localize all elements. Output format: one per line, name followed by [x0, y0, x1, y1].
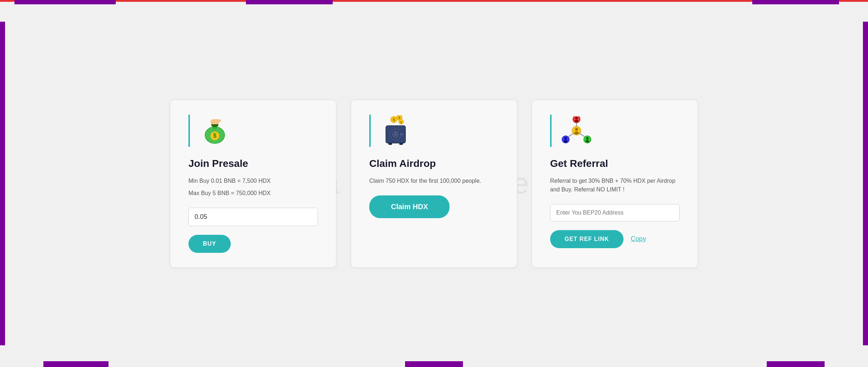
svg-point-25 [574, 131, 579, 134]
svg-text:$: $ [393, 118, 395, 122]
airdrop-title: Claim Airdrop [369, 158, 499, 169]
svg-text:$: $ [398, 116, 400, 120]
svg-text:$: $ [213, 133, 217, 139]
svg-line-37 [579, 133, 584, 137]
referral-description: Referral to get 30% BNB + 70% HDX per Ai… [550, 177, 680, 194]
presale-min-buy: Min Buy 0.01 BNB = 7,500 HDX [188, 177, 318, 185]
buy-amount-input[interactable] [188, 208, 318, 226]
svg-point-34 [586, 140, 589, 142]
referral-info-block: Referral to get 30% BNB + 70% HDX per Ai… [550, 177, 680, 194]
airdrop-card: $ $ $ Claim Airdrop Claim 750 HDX for th… [351, 100, 517, 268]
bottom-purple-bar-right [767, 361, 825, 367]
referral-card: Get Referral Referral to get 30% BNB + 7… [532, 100, 698, 268]
bottom-purple-bar-center [405, 361, 463, 367]
presale-card: $ Join Presale Min Buy 0.01 BNB = 7,500 … [170, 100, 336, 268]
svg-point-12 [394, 133, 397, 136]
top-red-bar [0, 0, 868, 2]
presale-icon-row: $ [188, 115, 318, 147]
svg-point-27 [575, 117, 578, 119]
top-purple-bar-left [14, 0, 116, 4]
ref-buttons-row: Get Ref Link Copy [550, 230, 680, 248]
svg-point-31 [564, 140, 567, 142]
cards-container: $ Join Presale Min Buy 0.01 BNB = 7,500 … [0, 78, 868, 289]
presale-title: Join Presale [188, 158, 318, 169]
svg-point-30 [564, 137, 567, 139]
svg-point-24 [575, 128, 578, 131]
referral-icon-row [550, 115, 680, 147]
copy-button[interactable]: Copy [631, 235, 646, 243]
svg-line-36 [569, 133, 574, 137]
svg-point-33 [586, 137, 588, 139]
airdrop-info-block: Claim 750 HDX for the first 100,000 peop… [369, 177, 499, 185]
svg-point-7 [217, 119, 221, 122]
airdrop-accent-line [369, 115, 371, 147]
svg-text:$: $ [400, 121, 402, 124]
svg-rect-22 [399, 143, 403, 145]
referral-accent-line [550, 115, 552, 147]
presale-max-buy: Max Buy 5 BNB = 750,000 HDX [188, 189, 318, 198]
bep20-address-input[interactable] [550, 204, 680, 221]
referral-icon [560, 115, 593, 147]
referral-title: Get Referral [550, 158, 680, 169]
airdrop-icon-row: $ $ $ [369, 115, 499, 147]
svg-rect-21 [388, 143, 392, 145]
claim-hdx-button[interactable]: Claim HDX [369, 195, 450, 218]
top-purple-bar-right [752, 0, 839, 4]
airdrop-icon: $ $ $ [379, 115, 412, 147]
presale-accent-line [188, 115, 190, 147]
svg-point-28 [575, 120, 578, 122]
buy-button[interactable]: BUY [188, 235, 231, 253]
svg-rect-14 [400, 133, 404, 135]
bottom-purple-bar-left [43, 361, 109, 367]
presale-info-block: Min Buy 0.01 BNB = 7,500 HDX Max Buy 5 B… [188, 177, 318, 198]
get-ref-link-button[interactable]: Get Ref Link [550, 230, 624, 248]
airdrop-description: Claim 750 HDX for the first 100,000 peop… [369, 177, 499, 185]
presale-icon: $ [199, 115, 231, 147]
top-purple-bar-center [246, 0, 333, 4]
